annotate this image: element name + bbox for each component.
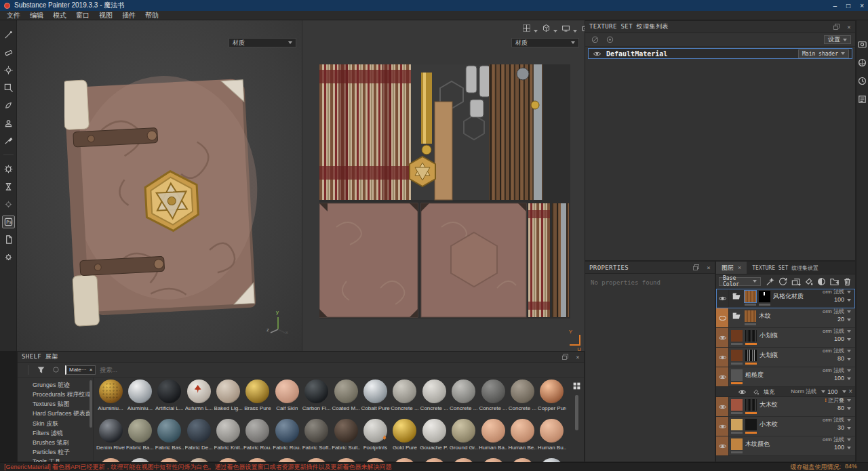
layer-thumbnail[interactable] [731,369,743,381]
smudge-tool[interactable] [2,99,15,112]
add-folder-icon[interactable] [829,276,840,287]
eraser-tool[interactable] [2,46,15,59]
material-item[interactable]: Cobalt Pure [361,380,390,419]
split-view-icon[interactable] [522,24,538,33]
close-panel-icon[interactable]: × [576,354,580,361]
layer-opacity[interactable]: 30 [837,424,844,431]
fill-bucket-icon[interactable] [750,386,761,397]
tab-layers[interactable]: 图层 × [716,262,747,274]
float-panel-icon[interactable] [559,352,570,363]
layer-blend-label[interactable]: orm 法线 [823,436,851,443]
layer-blend-label[interactable]: orm 法线 [823,289,851,295]
filter-tag[interactable]: Mate··· × [65,365,96,375]
menu-item-2[interactable]: 模式 [53,11,66,20]
layer-thumbnail[interactable] [731,419,743,430]
menu-item-6[interactable]: 帮助 [145,11,159,20]
layer-opacity[interactable]: 80 [837,355,844,362]
material-item[interactable]: Fabric Knit... [214,419,243,458]
layer-visibility-handle[interactable] [716,367,729,386]
material-item[interactable]: Concrete ... [420,380,448,419]
menu-item-5[interactable]: 插件 [122,11,136,20]
layer-visibility-handle[interactable] [716,436,729,455]
eye-icon[interactable] [591,48,602,59]
minimize-button[interactable]: – [833,2,837,9]
effect-close-icon[interactable]: × [848,388,852,395]
camera-mode-icon[interactable] [542,24,557,33]
category-scrollbar[interactable] [90,380,92,428]
shelf-category-1[interactable]: Procedurals 程序纹理 [18,390,93,399]
display-settings-icon[interactable] [857,39,867,51]
timer-tool[interactable] [2,180,15,193]
settings-plugin[interactable] [2,251,15,264]
eye-icon[interactable] [717,401,728,412]
color-filter-icon[interactable] [50,365,61,375]
material-item[interactable]: Human Be... [508,419,536,458]
layer-blend-label[interactable]: orm 法线 [823,348,851,354]
eye-icon[interactable] [717,421,728,432]
layer-row[interactable]: 木纹颜色 orm 法线 100 [716,436,855,456]
layer-visibility-handle[interactable] [716,289,729,308]
clone-tool[interactable] [2,117,15,129]
material-item[interactable]: Fabric Rou... [243,419,272,458]
layer-thumbnail[interactable] [759,291,770,302]
close-panel-icon[interactable]: × [707,264,711,271]
material-item[interactable]: Baked Lig... [214,380,243,419]
layer-blend-label[interactable]: orm 法线 [823,308,851,315]
float-panel-icon[interactable] [690,262,701,273]
material-item[interactable]: Human Bu... [538,419,566,458]
material-item[interactable]: Ground Gr... [450,419,478,458]
layer-opacity[interactable]: 20 [837,316,844,323]
history-icon[interactable] [857,76,867,87]
shelf-scrollbar[interactable] [575,395,578,430]
menu-item-1[interactable]: 编辑 [30,11,43,20]
layer-thumbnail[interactable] [745,350,757,361]
material-item[interactable]: Human Ba... [479,419,507,458]
layer-opacity[interactable]: 100 [834,444,844,451]
layer-opacity[interactable]: 100 [834,296,844,303]
add-smart-material-icon[interactable] [777,276,788,287]
channel-dropdown[interactable]: Base Color [719,277,761,286]
filter-tag-close-icon[interactable]: × [90,367,93,373]
texture-set-row[interactable]: DefaultMaterial Main shader [588,48,852,59]
menu-item-4[interactable]: 视图 [99,11,113,20]
add-layer-icon[interactable] [790,276,801,287]
material-item[interactable]: Aluminiu... [125,380,154,419]
material-item[interactable]: Concrete ... [450,380,478,419]
paint-tool[interactable] [2,28,15,41]
viewport-2d[interactable]: 材质 Y U [302,20,585,351]
polygon-fill-tool[interactable] [2,81,15,94]
effect-opacity[interactable]: 100 [827,389,837,395]
visibility-all-icon[interactable] [589,35,600,45]
tab-texture-set-settings[interactable]: TEXTURE SET 纹理集设置 [747,262,824,274]
log-icon[interactable] [857,94,867,106]
material-item[interactable]: Carbon Fi... [302,380,331,419]
layer-visibility-handle[interactable] [716,308,729,327]
texture-set-settings-button[interactable]: 设置 [824,35,851,44]
material-item[interactable]: Denim Rivet [96,419,125,458]
material-item[interactable]: Fabric Ba... [125,419,154,458]
layer-blend-label[interactable]: orm 法线 [823,367,851,374]
layer-opacity[interactable]: 100 [834,375,844,382]
eye-icon[interactable] [717,293,728,304]
shelf-category-7[interactable]: Particles 粒子 [18,447,93,457]
material-item[interactable]: Gold Pure [391,419,419,458]
material-item[interactable]: Artificial L... [155,380,184,419]
add-fill-layer-icon[interactable] [803,276,814,287]
viewport-3d[interactable]: 材质 y z x [17,20,302,351]
layer-row[interactable]: 风格化材质 orm 法线 100 [716,289,855,308]
layer-thumbnail[interactable] [731,399,743,411]
material-item[interactable]: Fabric Rou... [273,419,301,458]
shelf-category-5[interactable]: Filters 滤镜 [18,428,93,438]
material-item[interactable]: Aluminiu... [96,380,125,419]
layer-visibility-handle[interactable] [716,397,729,416]
layer-opacity[interactable]: 80 [837,405,844,411]
layer-effect-row[interactable]: 填充 Norm 法线 100 × [716,387,855,397]
material-item[interactable]: Calf Skin [273,380,301,419]
menu-item-0[interactable]: 文件 [7,11,20,20]
search-input[interactable] [100,367,580,373]
layer-opacity[interactable]: 100 [834,335,844,342]
eye-icon[interactable] [717,352,728,363]
folder-open-icon[interactable] [731,310,742,321]
photoshop-plugin[interactable]: Ps [2,216,15,228]
layer-blend-label[interactable]: orm 法线 [823,417,851,424]
